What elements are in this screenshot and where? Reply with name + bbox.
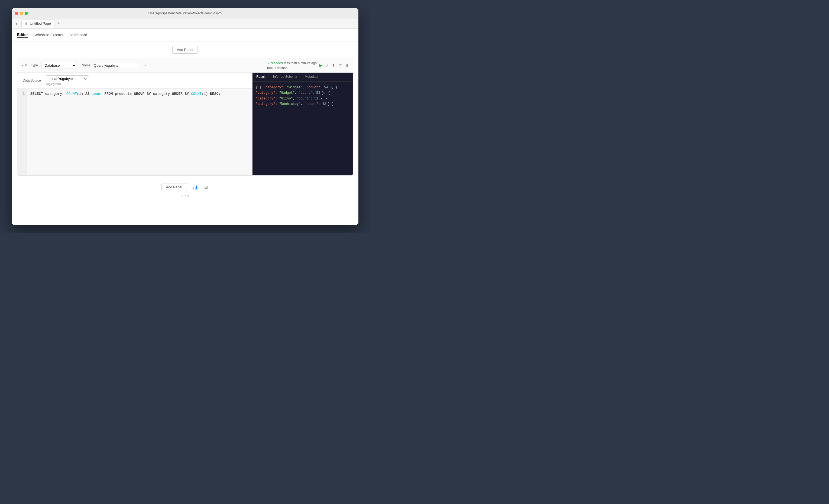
result-tab-inferred-schema[interactable]: Inferred Schema	[269, 73, 301, 81]
tab-label: Untitled Page	[30, 22, 51, 26]
panel-menu-dots[interactable]: ⋮	[143, 63, 149, 68]
datasource-sub: YugabyteDB	[46, 83, 89, 85]
refresh-button[interactable]: ↺	[338, 63, 343, 68]
datasource-wrapper: Local Yugabyte YugabyteDB	[46, 75, 89, 85]
expand-button[interactable]: ⤢	[325, 63, 329, 68]
sidebar-toggle[interactable]: ›	[14, 21, 19, 26]
name-label: Name	[82, 63, 91, 67]
grid-icon-button[interactable]: ⊞	[203, 184, 209, 190]
close-button[interactable]	[15, 12, 18, 15]
panel-type-select[interactable]: Database	[41, 62, 76, 69]
window-title: /Users/philipeaton/DataStationProjects/d…	[148, 11, 222, 15]
line-numbers: 1	[17, 88, 27, 175]
datasource-label: Data Source	[23, 79, 41, 82]
navbar: Editor Schedule Exports Dashboard	[12, 29, 358, 41]
code-editor[interactable]: 1 SELECT category, COUNT(1) AS count FRO…	[17, 88, 252, 175]
datasource-select[interactable]: Local Yugabyte	[46, 75, 89, 82]
result-tabs: Result Inferred Schema Metadata	[252, 73, 353, 81]
bottom-bar: Add Panel 📊 ⊞	[12, 180, 358, 194]
panel-action-buttons: ▶ ⤢ ⬇ ↺ 🗑	[319, 63, 350, 68]
tabbar: › 🗑 Untitled Page +	[12, 19, 358, 29]
version-text: 0.7.0	[12, 194, 358, 201]
status-success-text: Succeeded	[266, 61, 283, 65]
panel-name-input[interactable]	[94, 63, 139, 68]
result-section: Result Inferred Schema Metadata [ { "cat…	[252, 73, 353, 175]
download-button[interactable]: ⬇	[332, 63, 336, 68]
nav-dashboard[interactable]: Dashboard	[69, 32, 87, 38]
datasource-bar: Data Source Local Yugabyte YugabyteDB	[17, 73, 252, 88]
app-window: /Users/philipeaton/DataStationProjects/d…	[12, 8, 358, 225]
page-tab[interactable]: 🗑 Untitled Page	[22, 20, 55, 28]
delete-panel-button[interactable]: 🗑	[345, 63, 350, 68]
minimize-button[interactable]	[20, 12, 23, 15]
traffic-lights	[15, 12, 28, 15]
result-content: [ { "category": "Widget", "count": 54 },…	[252, 81, 353, 175]
main-content: Editor Schedule Exports Dashboard Add Pa…	[12, 29, 358, 225]
panel-header-right: Succeeded less than a minute ago Took 1 …	[266, 61, 350, 70]
nav-schedule-exports[interactable]: Schedule Exports	[33, 32, 63, 38]
result-tab-result[interactable]: Result	[252, 73, 269, 81]
code-area[interactable]: SELECT category, COUNT(1) AS count FROM …	[27, 88, 252, 175]
query-panel: ▲ ▼ Type Database Name ⋮ Succeeded less …	[17, 58, 353, 176]
result-tab-metadata[interactable]: Metadata	[301, 73, 322, 81]
add-panel-top-button[interactable]: Add Panel	[172, 46, 198, 53]
panel-body: Data Source Local Yugabyte YugabyteDB 1	[17, 73, 353, 175]
panel-status: Succeeded less than a minute ago Took 1 …	[266, 61, 317, 70]
status-time-text: less than a minute ago	[284, 61, 317, 65]
editor-section: Data Source Local Yugabyte YugabyteDB 1	[17, 73, 252, 175]
panel-header: ▲ ▼ Type Database Name ⋮ Succeeded less …	[17, 58, 353, 73]
add-panel-bottom-button[interactable]: Add Panel	[161, 183, 187, 191]
maximize-button[interactable]	[25, 12, 28, 15]
titlebar: /Users/philipeaton/DataStationProjects/d…	[12, 8, 358, 19]
status-took-text: Took 1 second	[266, 66, 287, 70]
panel-collapse-toggle[interactable]: ▲ ▼	[21, 63, 28, 67]
nav-editor[interactable]: Editor	[17, 32, 28, 38]
add-tab-button[interactable]: +	[56, 20, 62, 27]
bar-chart-icon-button[interactable]: 📊	[191, 184, 199, 190]
run-button[interactable]: ▶	[319, 63, 323, 68]
tab-trash-icon: 🗑	[25, 22, 28, 26]
add-panel-top-container: Add Panel	[12, 41, 358, 58]
type-label: Type	[31, 63, 38, 67]
